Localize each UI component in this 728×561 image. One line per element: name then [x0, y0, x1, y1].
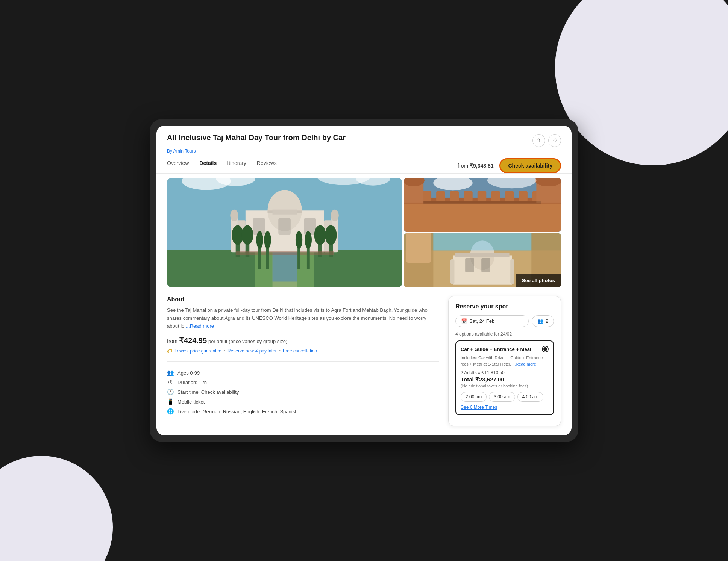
reserve-panel: Reserve your spot 📅 Sat, 24 Feb 👥 2 4 op… [448, 296, 561, 426]
tab-reviews[interactable]: Reviews [257, 160, 277, 171]
option-read-more[interactable]: ...Read more [512, 362, 536, 366]
read-more-link[interactable]: ...Read more [186, 323, 214, 329]
left-content: About See the Taj Mahal on a private ful… [167, 296, 439, 426]
time-slot-1[interactable]: 2:00 am [461, 392, 487, 402]
price-per-adult: per adult (price varies by group size) [208, 339, 287, 344]
fort-image [404, 178, 561, 232]
radio-dot [543, 347, 547, 351]
header-top: All Inclusive Taj Mahal Day Tour from De… [167, 133, 561, 147]
total-price: Total ₹23,627.00 [461, 376, 549, 383]
detail-mobile-ticket: 📱 Mobile ticket [167, 398, 439, 405]
page-title: All Inclusive Taj Mahal Day Tour from De… [167, 133, 532, 142]
svg-rect-50 [519, 191, 528, 201]
tab-overview[interactable]: Overview [167, 160, 189, 171]
svg-rect-12 [273, 210, 297, 215]
svg-rect-70 [450, 259, 454, 284]
photo-main[interactable] [167, 178, 402, 287]
details-list: 👥 Ages 0-99 ⏱ Duration: 12h 🕐 Start time… [167, 369, 439, 415]
time-slots: 2:00 am 3:00 am 4:00 am [461, 392, 549, 402]
separator-1: • [224, 348, 225, 354]
svg-point-36 [296, 231, 302, 249]
guarantees-row: 🏷 Lowest price guarantee • Reserve now &… [167, 348, 439, 354]
svg-rect-49 [505, 191, 514, 201]
page-header: All Inclusive Taj Mahal Day Tour from De… [156, 126, 572, 174]
detail-duration: ⏱ Duration: 12h [167, 379, 439, 386]
detail-ages: 👥 Ages 0-99 [167, 369, 439, 376]
time-slot-3[interactable]: 4:00 am [517, 392, 543, 402]
svg-rect-46 [464, 191, 473, 201]
date-guests-row: 📅 Sat, 24 Feb 👥 2 [455, 315, 554, 327]
svg-rect-48 [491, 191, 500, 201]
svg-point-14 [230, 210, 238, 221]
option-card[interactable]: Car + Guide + Entrance + Meal Includes: … [455, 340, 554, 415]
main-price: ₹424.95 [179, 336, 207, 345]
reserve-panel-container: Reserve your spot 📅 Sat, 24 Feb 👥 2 4 op… [448, 296, 561, 426]
tab-details[interactable]: Details [199, 160, 217, 171]
svg-rect-71 [511, 259, 514, 284]
svg-rect-69 [482, 258, 490, 272]
svg-point-29 [325, 225, 337, 245]
wishlist-button[interactable]: ♡ [548, 134, 561, 147]
radio-selected[interactable] [542, 346, 549, 352]
lowest-price-link[interactable]: Lowest price guarantee [174, 348, 221, 354]
time-slot-2[interactable]: 3:00 am [489, 392, 515, 402]
see-more-times-link[interactable]: See 6 More Times [461, 405, 549, 410]
guests-icon: 👥 [537, 318, 543, 324]
time-icon: 🕐 [167, 389, 174, 395]
svg-point-38 [305, 231, 312, 249]
svg-point-25 [241, 225, 253, 245]
about-heading: About [167, 296, 439, 303]
svg-rect-45 [450, 191, 459, 201]
price-row: from ₹424.95 per adult (price varies by … [167, 336, 439, 345]
adults-price: 2 Adults x ₹11,813.50 [461, 370, 549, 375]
ages-icon: 👥 [167, 369, 174, 376]
option-header: Car + Guide + Entrance + Meal [461, 346, 549, 352]
screen: All Inclusive Taj Mahal Day Tour from De… [156, 126, 572, 435]
price-from-label: from ₹9,348.81 [458, 163, 493, 169]
about-description: See the Taj Mahal on a private full-day … [167, 307, 439, 330]
photo-monument[interactable]: See all photos [404, 233, 561, 287]
svg-rect-67 [455, 253, 510, 257]
see-all-photos-overlay[interactable]: See all photos [516, 274, 561, 287]
svg-rect-40 [404, 200, 561, 232]
svg-point-16 [331, 210, 339, 221]
svg-rect-47 [478, 191, 486, 201]
photo-side: See all photos [404, 178, 561, 287]
globe-icon: 🌐 [167, 408, 174, 415]
photo-agra-fort[interactable] [404, 178, 561, 232]
svg-rect-43 [423, 191, 431, 201]
calendar-icon: 📅 [461, 318, 467, 324]
date-picker[interactable]: 📅 Sat, 24 Feb [455, 315, 529, 327]
options-label: 4 options available for 24/02 [455, 331, 554, 337]
tab-itinerary[interactable]: Itinerary [227, 160, 246, 171]
provider-link[interactable]: By Amin Tours [167, 148, 561, 154]
share-button[interactable]: ⇧ [532, 134, 545, 147]
svg-rect-30 [236, 251, 334, 255]
heart-icon: ♡ [552, 138, 557, 144]
divider [167, 361, 439, 362]
nav-bar: Overview Details Itinerary Reviews from [167, 158, 561, 173]
svg-rect-72 [434, 233, 532, 250]
guests-picker[interactable]: 👥 2 [532, 315, 554, 327]
check-availability-button[interactable]: Check availability [499, 158, 561, 173]
svg-point-27 [314, 225, 326, 245]
photos-grid: See all photos [156, 178, 572, 287]
detail-live-guide: 🌐 Live guide: German, Russian, English, … [167, 408, 439, 415]
option-name: Car + Guide + Entrance + Meal [461, 346, 531, 352]
reserve-later-link[interactable]: Reserve now & pay later [228, 348, 277, 354]
guests-value: 2 [546, 318, 548, 324]
svg-rect-64 [406, 233, 431, 263]
svg-rect-20 [278, 218, 291, 235]
svg-rect-44 [437, 191, 445, 201]
share-icon: ⇧ [537, 138, 541, 144]
circle-top-right [555, 0, 728, 165]
detail-start-time: 🕐 Start time: Check availability [167, 389, 439, 395]
separator-2: • [279, 348, 281, 354]
svg-rect-68 [466, 258, 474, 272]
price-guarantee-icon: 🏷 [167, 348, 172, 354]
free-cancel-link[interactable]: Free cancellation [283, 348, 317, 354]
taj-mahal-image [167, 178, 402, 287]
svg-rect-57 [424, 201, 541, 204]
svg-point-34 [264, 231, 271, 249]
nav-tabs: Overview Details Itinerary Reviews [167, 160, 277, 171]
